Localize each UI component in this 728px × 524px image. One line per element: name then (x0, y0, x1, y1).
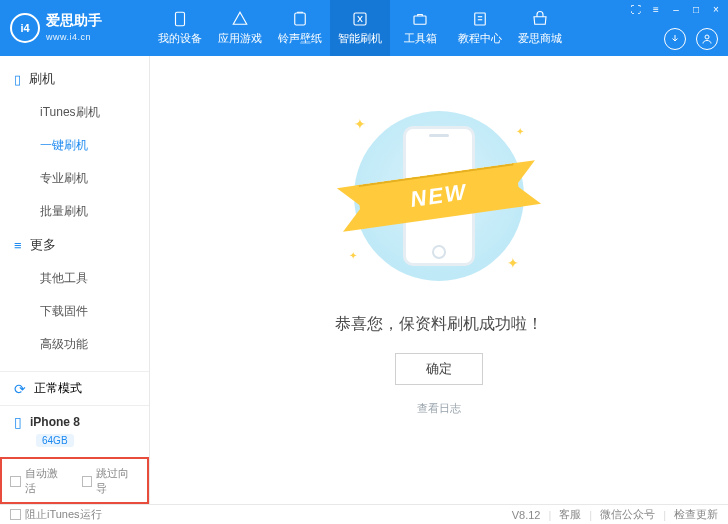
toolbox-icon (411, 10, 429, 28)
skip-wizard-label: 跳过向导 (96, 466, 139, 496)
wechat-link[interactable]: 微信公众号 (600, 507, 655, 522)
maximize-button[interactable]: □ (690, 4, 702, 15)
group-icon: ▯ (14, 72, 21, 87)
support-link[interactable]: 客服 (559, 507, 581, 522)
refresh-icon: ⟳ (14, 381, 26, 397)
block-itunes-checkbox[interactable]: 阻止iTunes运行 (10, 507, 102, 522)
nav-label: 铃声壁纸 (278, 31, 322, 46)
nav-apps[interactable]: 应用游戏 (210, 0, 270, 56)
nav-tutorial[interactable]: 教程中心 (450, 0, 510, 56)
nav-label: 爱思商城 (518, 31, 562, 46)
nav-toolbox[interactable]: 工具箱 (390, 0, 450, 56)
ok-button[interactable]: 确定 (395, 353, 483, 385)
brand-name: 爱思助手 (46, 13, 102, 27)
main-content: ✦✦✦✦ NEW 恭喜您，保资料刷机成功啦！ 确定 查看日志 (150, 56, 728, 504)
brand: i4 爱思助手 www.i4.cn (0, 13, 150, 43)
group-title: 更多 (30, 236, 56, 254)
version-label: V8.12 (512, 509, 541, 521)
menu-icon[interactable]: ≡ (650, 4, 662, 15)
apps-icon (231, 10, 249, 28)
sidebar-item[interactable]: 下载固件 (0, 295, 149, 328)
download-icon[interactable] (664, 28, 686, 50)
close-button[interactable]: × (710, 4, 722, 15)
nav-label: 我的设备 (158, 31, 202, 46)
user-icon[interactable] (696, 28, 718, 50)
view-log-link[interactable]: 查看日志 (417, 401, 461, 416)
window-controls: ⛶ ≡ – □ × (630, 4, 722, 15)
auto-activate-checkbox[interactable]: 自动激活 (10, 466, 68, 496)
brand-url: www.i4.cn (46, 32, 91, 42)
device-name: iPhone 8 (30, 415, 80, 429)
nav-label: 工具箱 (404, 31, 437, 46)
check-update-link[interactable]: 检查更新 (674, 507, 718, 522)
svg-point-7 (705, 35, 709, 39)
brand-logo-icon: i4 (10, 13, 40, 43)
device-icon (171, 10, 189, 28)
nav-label: 应用游戏 (218, 31, 262, 46)
svg-rect-0 (176, 12, 185, 26)
device-block[interactable]: ▯ iPhone 8 64GB (0, 405, 149, 457)
sidebar-item[interactable]: 专业刷机 (0, 162, 149, 195)
group-title: 刷机 (29, 70, 55, 88)
block-itunes-label: 阻止iTunes运行 (25, 507, 102, 522)
mode-label: 正常模式 (34, 380, 82, 397)
tutorial-icon (471, 10, 489, 28)
sidebar-group: ≡更多 (0, 228, 149, 262)
sidebar: ▯刷机iTunes刷机一键刷机专业刷机批量刷机≡更多其他工具下载固件高级功能 ⟳… (0, 56, 150, 504)
svg-rect-3 (414, 16, 426, 24)
sidebar-item[interactable]: 其他工具 (0, 262, 149, 295)
app-header: i4 爱思助手 www.i4.cn 我的设备应用游戏铃声壁纸智能刷机工具箱教程中… (0, 0, 728, 56)
nav-label: 智能刷机 (338, 31, 382, 46)
success-illustration: ✦✦✦✦ NEW (324, 106, 554, 286)
svg-rect-4 (475, 13, 486, 25)
minimize-button[interactable]: – (670, 4, 682, 15)
sidebar-item[interactable]: iTunes刷机 (0, 96, 149, 129)
auto-activate-label: 自动激活 (25, 466, 68, 496)
success-message: 恭喜您，保资料刷机成功啦！ (335, 314, 543, 335)
nav-device[interactable]: 我的设备 (150, 0, 210, 56)
option-row-highlighted: 自动激活 跳过向导 (0, 457, 149, 504)
cart-icon[interactable]: ⛶ (630, 4, 642, 15)
nav-ringtone[interactable]: 铃声壁纸 (270, 0, 330, 56)
sidebar-item[interactable]: 一键刷机 (0, 129, 149, 162)
group-icon: ≡ (14, 238, 22, 253)
storage-badge: 64GB (36, 434, 74, 447)
ringtone-icon (291, 10, 309, 28)
top-nav: 我的设备应用游戏铃声壁纸智能刷机工具箱教程中心爱思商城 (150, 0, 570, 56)
skip-wizard-checkbox[interactable]: 跳过向导 (82, 466, 140, 496)
phone-icon: ▯ (14, 414, 22, 430)
svg-rect-1 (295, 13, 306, 25)
status-bar: 阻止iTunes运行 V8.12 | 客服 | 微信公众号 | 检查更新 (0, 504, 728, 524)
nav-store[interactable]: 爱思商城 (510, 0, 570, 56)
mode-block[interactable]: ⟳ 正常模式 (0, 371, 149, 405)
nav-label: 教程中心 (458, 31, 502, 46)
flash-icon (351, 10, 369, 28)
sidebar-item[interactable]: 批量刷机 (0, 195, 149, 228)
sidebar-item[interactable]: 高级功能 (0, 328, 149, 361)
nav-flash[interactable]: 智能刷机 (330, 0, 390, 56)
sidebar-group: ▯刷机 (0, 62, 149, 96)
store-icon (531, 10, 549, 28)
